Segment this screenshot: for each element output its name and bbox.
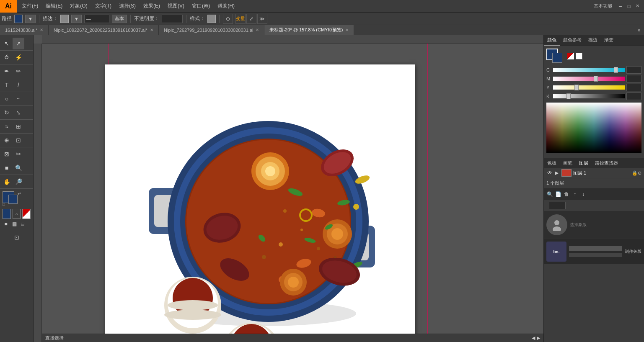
canvas-area[interactable]: 直接选择 ◀ ▶	[34, 35, 543, 342]
stroke-tab[interactable]: 描边	[585, 35, 601, 46]
menu-select[interactable]: 选择(S)	[116, 1, 139, 11]
layer-lock-btn[interactable]: 🔒	[632, 170, 638, 176]
eyedropper-tool[interactable]: 🔍	[13, 162, 24, 174]
brush-tab[interactable]: 画笔	[560, 158, 576, 168]
cyan-thumb[interactable]	[614, 67, 618, 73]
tab-2[interactable]: Nipic_7262799_20190920103330028031.ai ✕	[159, 25, 264, 35]
move-down-icon[interactable]: ↓	[580, 191, 587, 198]
layer-color-swatch[interactable]	[561, 169, 572, 177]
magenta-track[interactable]	[553, 77, 625, 81]
swatches-tab[interactable]: 色板	[544, 158, 560, 168]
default-colors[interactable]: □	[3, 202, 5, 206]
minimize-button[interactable]: ─	[617, 3, 624, 10]
cyan-track[interactable]	[553, 68, 625, 72]
zoom-tool[interactable]: 🔎	[13, 176, 24, 188]
tab-close-0[interactable]: ✕	[40, 28, 43, 32]
hand-tool[interactable]: ✋	[1, 176, 13, 188]
cyan-value[interactable]: 85.5	[626, 66, 641, 74]
color-spectrum[interactable]	[546, 103, 641, 153]
magenta-value[interactable]: 57.4	[626, 75, 641, 82]
type-tool[interactable]: T	[1, 79, 13, 91]
stroke-weight[interactable]	[84, 15, 109, 23]
move-up-icon[interactable]: ↑	[572, 191, 578, 198]
gradient-mode[interactable]: ▦	[11, 221, 18, 227]
swap-colors[interactable]: ⇄	[18, 191, 21, 195]
menu-view[interactable]: 视图(V)	[164, 1, 188, 11]
artboard[interactable]	[105, 64, 415, 334]
symbol-sprayer[interactable]: ⊕	[1, 134, 13, 146]
yellow-value[interactable]: 30.29	[626, 84, 641, 91]
gradient-tool[interactable]: ■	[1, 162, 13, 174]
warp-tool[interactable]: ≈	[1, 121, 13, 132]
none-fill-icon[interactable]	[567, 53, 574, 59]
stroke-color[interactable]	[60, 15, 69, 23]
layers-tab[interactable]: 图层	[576, 158, 592, 168]
tab-close-3[interactable]: ✕	[345, 28, 349, 32]
prev-page-btn[interactable]: ◀	[532, 335, 535, 341]
slice-tool[interactable]: ✂	[13, 148, 24, 160]
tab-close-2[interactable]: ✕	[256, 28, 259, 32]
style-box[interactable]	[207, 15, 216, 23]
fill-indicator[interactable]	[3, 209, 11, 219]
stroke-options[interactable]: 基本	[112, 15, 127, 23]
pathfinder-tab[interactable]: 路径查找器	[592, 158, 621, 168]
line-tool[interactable]: /	[13, 79, 24, 91]
delete-layer-icon[interactable]: 🗑	[563, 191, 570, 198]
brush-tool[interactable]: ~	[13, 93, 24, 105]
black-track[interactable]	[553, 94, 625, 98]
canvas-viewport[interactable]	[42, 44, 543, 334]
color-ref-tab[interactable]: 颜色参考	[560, 35, 585, 46]
artboard-tool[interactable]: ⊠	[1, 148, 13, 160]
layers-panel-btn[interactable]: ⊡	[11, 231, 23, 243]
gradient-tab[interactable]: 渐变	[601, 35, 617, 46]
color-tab[interactable]: 颜色	[544, 35, 560, 46]
pen-tool[interactable]: ✒	[1, 65, 13, 77]
panel-background[interactable]	[552, 53, 562, 63]
tab-0[interactable]: 1615243838.ai* ✕	[0, 25, 49, 35]
fill-color[interactable]	[14, 15, 23, 23]
tab-1[interactable]: Nipic_10922672_20200225183916183037.ai* …	[49, 25, 159, 35]
white-swatch[interactable]	[576, 53, 582, 59]
banner-action[interactable]: 制作矢版	[625, 249, 641, 255]
layer-vis-toggle[interactable]: 👁	[546, 170, 553, 176]
menu-file[interactable]: 文件(F)	[18, 1, 41, 11]
rotate-tool[interactable]: ↻	[1, 107, 13, 118]
envelope-icon[interactable]: ⊙	[223, 14, 233, 24]
free-transform[interactable]: ⊞	[13, 121, 24, 132]
warp-btn[interactable]: ⤢	[246, 14, 256, 24]
tab-close-1[interactable]: ✕	[150, 28, 153, 32]
maximize-button[interactable]: □	[626, 3, 632, 10]
fill-arrow[interactable]: ▼	[25, 15, 36, 23]
pencil-tool[interactable]: ✏	[13, 65, 24, 77]
layer-expand-btn[interactable]: ▶	[553, 170, 560, 176]
direct-selection-tool[interactable]: ↗	[13, 38, 24, 49]
magenta-thumb[interactable]	[594, 76, 598, 82]
background-color[interactable]	[8, 195, 18, 204]
fill-mode[interactable]: ■	[3, 221, 9, 227]
black-value[interactable]: 18.93	[626, 93, 641, 100]
menu-window[interactable]: 窗口(W)	[189, 1, 213, 11]
selection-tool[interactable]: ↖	[1, 38, 13, 49]
menu-help[interactable]: 帮助(H)	[214, 1, 238, 11]
menu-edit[interactable]: 编辑(E)	[42, 1, 66, 11]
layer-opacity-input[interactable]: 0%	[549, 202, 566, 209]
menu-effect[interactable]: 效果(E)	[140, 1, 163, 11]
close-button[interactable]: ✕	[634, 3, 641, 10]
transform-btn[interactable]: 变量	[235, 14, 246, 24]
stroke-arrow[interactable]: ▼	[71, 15, 82, 23]
new-layer-icon[interactable]: 📄	[555, 191, 561, 198]
none-mode[interactable]: □	[19, 221, 26, 227]
menu-object[interactable]: 对象(O)	[67, 1, 91, 11]
menu-text[interactable]: 文字(T)	[92, 1, 115, 11]
more-btn[interactable]: ≫	[257, 14, 267, 24]
ellipse-tool[interactable]: ○	[1, 93, 13, 105]
yellow-thumb[interactable]	[574, 85, 579, 90]
magic-wand-tool[interactable]: ⚡	[13, 51, 24, 63]
search-layer-icon[interactable]: 🔍	[546, 191, 553, 198]
scale-tool[interactable]: ⤡	[13, 107, 24, 118]
opacity-input[interactable]: 100%	[162, 15, 183, 23]
next-page-btn[interactable]: ▶	[537, 335, 540, 341]
stroke-indicator[interactable]: ○	[13, 209, 21, 219]
graph-tool[interactable]: ⊡	[13, 134, 24, 146]
tab-overflow-arrow[interactable]: »	[634, 25, 644, 35]
